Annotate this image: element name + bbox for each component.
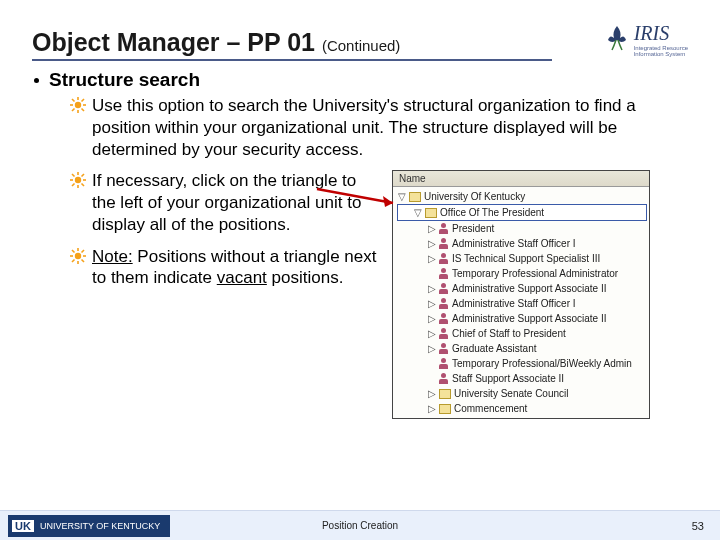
tree-label: President	[452, 223, 494, 234]
tree-label: Graduate Assistant	[452, 343, 537, 354]
tree-row[interactable]: ▷Graduate Assistant	[397, 341, 647, 356]
slide-header: Object Manager – PP 01 (Continued) IRIS …	[0, 0, 720, 61]
left-column: If necessary, click on the triangle to t…	[70, 170, 382, 299]
tree-label: Administrative Support Associate II	[452, 313, 607, 324]
slide-title: Object Manager – PP 01 (Continued)	[32, 28, 604, 57]
iris-text-block: IRIS Integrated Resource Information Sys…	[634, 22, 688, 57]
tree-label: Staff Support Associate II	[452, 373, 564, 384]
person-icon	[439, 268, 449, 279]
slide-footer: UK UNIVERSITY OF KENTUCKY Position Creat…	[0, 510, 720, 540]
expand-triangle-icon[interactable]	[427, 373, 436, 384]
tree-row[interactable]: ▷Administrative Support Associate II	[397, 311, 647, 326]
expand-triangle-icon[interactable]	[427, 268, 436, 279]
expand-triangle-icon[interactable]: ▷	[427, 253, 436, 264]
person-icon	[439, 253, 449, 264]
iris-logo: IRIS Integrated Resource Information Sys…	[604, 22, 688, 61]
tree-label: Administrative Support Associate II	[452, 283, 607, 294]
bullet3-text: Note: Positions without a triangle next …	[92, 246, 382, 290]
person-icon	[439, 313, 449, 324]
tree-row[interactable]: ▷Commencement	[397, 401, 647, 416]
title-continued: (Continued)	[322, 37, 400, 54]
tree-label: Office Of The President	[440, 207, 544, 218]
title-underline	[32, 59, 552, 61]
tree-row[interactable]: Temporary Professional/BiWeekly Admin	[397, 356, 647, 371]
svg-point-0	[75, 102, 81, 108]
expand-triangle-icon[interactable]: ▷	[427, 298, 436, 309]
bullet-use-option: Use this option to search the University…	[70, 95, 686, 160]
tree-row[interactable]: Staff Support Associate II	[397, 371, 647, 386]
bullet-row-with-tree: If necessary, click on the triangle to t…	[70, 170, 686, 419]
person-icon	[439, 223, 449, 234]
sun-bullet-icon	[70, 248, 86, 290]
note-label: Note:	[92, 247, 133, 266]
tree-row[interactable]: ▷Administrative Staff Officer I	[397, 296, 647, 311]
svg-point-9	[75, 177, 81, 183]
tree-row[interactable]: ▽University Of Kentucky	[397, 189, 647, 204]
svg-line-23	[72, 250, 75, 253]
bullet2-text: If necessary, click on the triangle to t…	[92, 170, 382, 235]
tree-row[interactable]: ▷Administrative Staff Officer I	[397, 236, 647, 251]
svg-line-16	[72, 184, 75, 187]
bullet-dot-icon	[34, 78, 39, 83]
page-number: 53	[692, 520, 704, 532]
expand-triangle-icon[interactable]: ▷	[427, 388, 436, 399]
level2-block: Use this option to search the University…	[70, 95, 686, 419]
person-icon	[439, 343, 449, 354]
footer-title: Position Creation	[0, 520, 720, 531]
person-icon	[439, 328, 449, 339]
tree-row[interactable]: ▽Office Of The President	[397, 204, 647, 221]
sun-bullet-icon	[70, 97, 86, 160]
iris-flower-icon	[604, 24, 630, 56]
svg-line-6	[82, 109, 85, 112]
svg-line-5	[72, 99, 75, 102]
expand-triangle-icon[interactable]: ▷	[427, 343, 436, 354]
svg-line-17	[82, 174, 85, 177]
title-wrap: Object Manager – PP 01 (Continued)	[32, 28, 604, 61]
tree-label: Temporary Professional/BiWeekly Admin	[452, 358, 632, 369]
bullet-level1: Structure search	[34, 69, 686, 91]
folder-icon	[425, 208, 437, 218]
expand-triangle-icon[interactable]: ▷	[427, 238, 436, 249]
expand-triangle-icon[interactable]: ▷	[427, 313, 436, 324]
tree-row[interactable]: ▷President	[397, 221, 647, 236]
person-icon	[439, 358, 449, 369]
folder-icon	[439, 404, 451, 414]
sun-bullet-icon	[70, 172, 86, 235]
tree-column-header: Name	[393, 171, 649, 187]
svg-point-18	[75, 252, 81, 258]
person-icon	[439, 283, 449, 294]
tree-label: Administrative Staff Officer I	[452, 298, 576, 309]
person-icon	[439, 298, 449, 309]
tree-row[interactable]: Temporary Professional Administrator	[397, 266, 647, 281]
person-icon	[439, 373, 449, 384]
tree-row[interactable]: ▷Administrative Support Associate II	[397, 281, 647, 296]
slide-content: Structure search Use this option to sear…	[0, 61, 720, 419]
bullet-click-triangle: If necessary, click on the triangle to t…	[70, 170, 382, 235]
org-tree-screenshot: Name ▽University Of Kentucky▽Office Of T…	[392, 170, 650, 419]
svg-marker-28	[383, 196, 393, 207]
expand-triangle-icon[interactable]: ▷	[427, 403, 436, 414]
expand-triangle-icon[interactable]: ▷	[427, 283, 436, 294]
expand-triangle-icon[interactable]: ▽	[413, 207, 422, 218]
bullet-note: Note: Positions without a triangle next …	[70, 246, 382, 290]
tree-body: ▽University Of Kentucky▽Office Of The Pr…	[393, 187, 649, 418]
folder-icon	[409, 192, 421, 202]
tree-row[interactable]: ▷IS Technical Support Specialist III	[397, 251, 647, 266]
iris-logo-sub2: Information System	[634, 51, 688, 57]
tree-row[interactable]: ▷Chief of Staff to President	[397, 326, 647, 341]
svg-line-15	[82, 184, 85, 187]
expand-triangle-icon[interactable]: ▷	[427, 328, 436, 339]
title-main: Object Manager – PP 01	[32, 28, 315, 56]
expand-triangle-icon[interactable]: ▷	[427, 223, 436, 234]
structure-search-heading: Structure search	[49, 69, 200, 91]
person-icon	[439, 238, 449, 249]
expand-triangle-icon[interactable]	[427, 358, 436, 369]
expand-triangle-icon[interactable]: ▽	[397, 191, 406, 202]
note-end: positions.	[267, 268, 344, 287]
svg-line-25	[72, 259, 75, 262]
tree-row[interactable]: ▷University Senate Council	[397, 386, 647, 401]
svg-line-26	[82, 250, 85, 253]
bullet1-text: Use this option to search the University…	[92, 95, 686, 160]
tree-label: Commencement	[454, 403, 527, 414]
iris-logo-text: IRIS	[634, 22, 688, 45]
